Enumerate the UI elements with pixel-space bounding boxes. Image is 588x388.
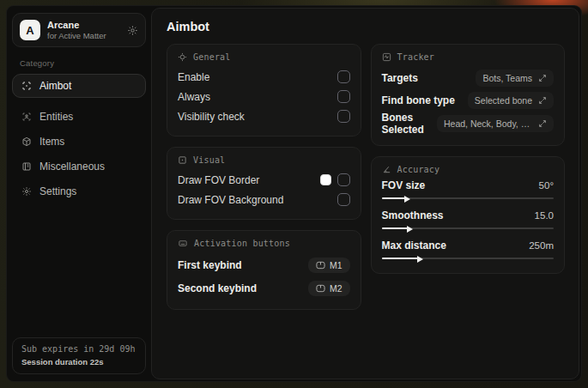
- setting-label: Visibility check: [178, 111, 245, 123]
- session-duration-text: Session duration 22s: [21, 357, 136, 367]
- slider-fill: [382, 197, 405, 199]
- gear-icon[interactable]: [127, 25, 138, 36]
- right-column: Tracker Targets Bots, Teams Find bone ty…: [371, 44, 566, 274]
- sidebar-item-label: Miscellaneous: [39, 161, 105, 173]
- first-keybind-button[interactable]: M1: [308, 258, 350, 273]
- tracker-row-targets: Targets Bots, Teams: [382, 67, 555, 89]
- fov-background-checkbox[interactable]: [337, 193, 350, 206]
- sidebar-item-items[interactable]: Items: [12, 130, 146, 154]
- visibility-check-checkbox[interactable]: [337, 110, 350, 123]
- tracker-card: Tracker Targets Bots, Teams Find bone ty…: [371, 44, 566, 146]
- keybind-value: M2: [330, 283, 342, 294]
- slider-row-max-distance: Max distance 250m: [382, 239, 555, 262]
- left-column: General Enable Always Visibility check: [167, 44, 361, 310]
- fov-size-slider[interactable]: [382, 194, 555, 202]
- slider-thumb[interactable]: [407, 226, 413, 233]
- entity-scan-icon: [21, 112, 32, 122]
- find-bone-type-select[interactable]: Selected bone: [468, 92, 554, 109]
- slider-value: 50°: [539, 180, 554, 191]
- slider-row-smoothness: Smoothness 15.0: [382, 209, 555, 232]
- tracker-row-find-bone: Find bone type Selected bone: [382, 89, 555, 112]
- sidebar-item-label: Settings: [39, 185, 76, 197]
- enable-checkbox[interactable]: [337, 70, 350, 83]
- activation-buttons-card: Activation buttons First keybind M1 Seco…: [167, 230, 361, 310]
- slider-value: 250m: [529, 240, 554, 251]
- sidebar-item-label: Items: [39, 136, 64, 148]
- tracker-label: Targets: [382, 72, 418, 84]
- keybind-label: Second keybind: [178, 282, 257, 294]
- visual-card: Visual Draw FOV Border Draw FOV Backgrou…: [167, 147, 361, 220]
- activity-icon: [382, 52, 391, 62]
- sidebar-item-entities[interactable]: Entities: [12, 105, 146, 129]
- expand-icon: [538, 74, 547, 82]
- fov-border-checkbox[interactable]: [337, 173, 350, 186]
- app-window: A Arcane for Active Matter Category Aimb…: [6, 5, 582, 382]
- app-subtitle: for Active Matter: [47, 31, 120, 40]
- viewfinder-icon: [178, 155, 187, 165]
- sidebar: A Arcane for Active Matter Category Aimb…: [7, 6, 151, 381]
- slider-fill: [382, 258, 418, 259]
- keybind-row-second: Second keybind M2: [178, 276, 350, 300]
- select-value: Selected bone: [475, 95, 532, 106]
- setting-label: Enable: [178, 71, 209, 83]
- setting-label: Always: [178, 91, 210, 103]
- cube-icon: [21, 136, 32, 147]
- expand-icon: [538, 119, 547, 128]
- select-value: Bots, Teams: [482, 73, 532, 83]
- slider-label: Smoothness: [382, 209, 444, 221]
- brand-text: Arcane for Active Matter: [47, 20, 120, 40]
- app-title: Arcane: [47, 20, 120, 30]
- sidebar-item-label: Entities: [39, 111, 73, 123]
- panel-list-icon: [21, 161, 32, 172]
- keybind-value: M1: [330, 260, 342, 270]
- mouse-icon: [316, 284, 325, 293]
- setting-row-always: Always: [178, 87, 350, 106]
- slider-fill: [382, 227, 408, 229]
- general-card: General Enable Always Visibility check: [167, 44, 361, 136]
- sidebar-item-aimbot[interactable]: Aimbot: [12, 74, 146, 98]
- accuracy-card: Accuracy FOV size 50°: [371, 156, 566, 274]
- setting-label: Draw FOV Background: [178, 194, 283, 206]
- always-checkbox[interactable]: [337, 90, 350, 103]
- expand-icon: [538, 96, 547, 105]
- slider-thumb[interactable]: [417, 256, 423, 263]
- card-title: Accuracy: [397, 165, 440, 174]
- card-title: Activation buttons: [194, 239, 290, 248]
- angle-icon: [382, 165, 391, 174]
- max-distance-slider[interactable]: [382, 254, 555, 262]
- setting-label: Draw FOV Border: [178, 174, 259, 186]
- tracker-row-bones-selected: Bones Selected Head, Neck, Body, Pe…: [382, 112, 555, 136]
- page-title: Aimbot: [167, 20, 565, 33]
- setting-row-fov-background: Draw FOV Background: [178, 190, 350, 209]
- app-logo: A: [20, 20, 40, 40]
- setting-row-fov-border: Draw FOV Border: [178, 170, 350, 190]
- brand-card: A Arcane for Active Matter: [12, 13, 146, 47]
- keybind-row-first: First keybind M1: [178, 253, 350, 276]
- keybind-label: First keybind: [178, 259, 242, 271]
- mouse-icon: [316, 261, 325, 270]
- targets-select[interactable]: Bots, Teams: [476, 70, 554, 87]
- setting-row-visibility-check: Visibility check: [178, 106, 350, 126]
- sidebar-item-miscellaneous[interactable]: Miscellaneous: [12, 155, 146, 179]
- gear-icon: [21, 186, 32, 197]
- tune-crosshair-icon: [178, 52, 187, 62]
- select-value: Head, Neck, Body, Pe…: [444, 118, 532, 129]
- slider-value: 15.0: [535, 210, 554, 221]
- card-title: Visual: [193, 155, 225, 165]
- sidebar-item-label: Aimbot: [39, 80, 71, 92]
- card-title: General: [193, 52, 231, 62]
- card-title: Tracker: [397, 52, 435, 62]
- sidebar-item-settings[interactable]: Settings: [12, 179, 146, 203]
- second-keybind-button[interactable]: M2: [308, 281, 350, 296]
- bones-selected-select[interactable]: Head, Neck, Body, Pe…: [437, 115, 554, 132]
- subscription-info: Sub expires in 29d 09h Session duration …: [12, 337, 146, 374]
- crosshair-scan-icon: [21, 81, 32, 91]
- slider-thumb[interactable]: [404, 196, 410, 203]
- sidebar-nav: Aimbot Entities Items Miscellaneous: [11, 74, 147, 203]
- smoothness-slider[interactable]: [382, 224, 555, 232]
- tracker-label: Bones Selected: [382, 112, 438, 136]
- color-swatch[interactable]: [320, 174, 331, 185]
- keyboard-icon: [178, 239, 188, 248]
- sub-expires-text: Sub expires in 29d 09h: [21, 344, 136, 354]
- slider-row-fov-size: FOV size 50°: [382, 179, 555, 202]
